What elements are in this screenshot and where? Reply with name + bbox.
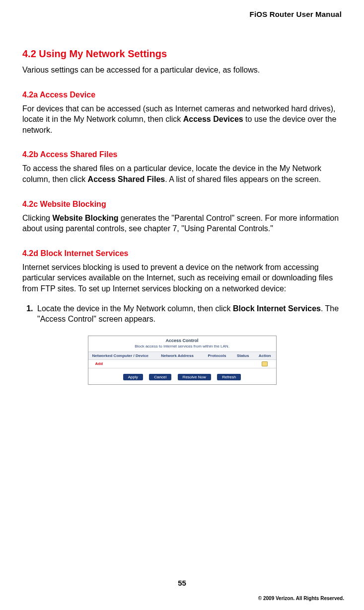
col-status: Status <box>232 351 254 359</box>
subheading-4-2b: 4.2b Access Shared Files <box>22 150 342 159</box>
para-4-2c-part1: Clicking <box>22 214 52 222</box>
subheading-4-2c: 4.2c Website Blocking <box>22 200 342 209</box>
access-shared-files-label: Access Shared Files <box>88 175 165 183</box>
cancel-button[interactable]: Cancel <box>149 374 171 380</box>
apply-button[interactable]: Apply <box>123 374 143 380</box>
figure-table: Networked Computer / Device Network Addr… <box>88 351 276 368</box>
para-4-2c: Clicking Website Blocking generates the … <box>22 213 342 234</box>
step-list: Locate the device in the My Network colu… <box>22 303 342 325</box>
para-4-2d-intro: Internet services blocking is used to pr… <box>22 262 342 294</box>
access-control-screenshot: Access Control Block access to Internet … <box>88 336 277 385</box>
table-row: Add <box>88 359 276 368</box>
figure-button-row: Apply Cancel Resolve Now Refresh <box>88 368 276 384</box>
step-1-part1: Locate the device in the My Network colu… <box>37 304 233 313</box>
col-action: Action <box>254 351 276 359</box>
figure-title: Access Control <box>88 336 276 344</box>
manual-header: FiOS Router User Manual <box>22 10 342 18</box>
col-protocols: Protocols <box>202 351 232 359</box>
para-4-2b-part2: . A list of shared files appears on the … <box>165 175 321 183</box>
refresh-button[interactable]: Refresh <box>217 374 241 380</box>
page-number: 55 <box>0 579 364 587</box>
copyright-notice: © 2009 Verizon. All Rights Reserved. <box>258 596 344 601</box>
action-icon[interactable] <box>262 361 268 366</box>
add-link[interactable]: Add <box>91 361 103 366</box>
subheading-4-2a: 4.2a Access Device <box>22 90 342 99</box>
col-address: Network Address <box>153 351 202 359</box>
figure-subtitle: Block access to Internet services from w… <box>88 344 276 351</box>
section-intro: Various settings can be accessed for a p… <box>22 65 342 76</box>
para-4-2a: For devices that can be accessed (such a… <box>22 103 342 136</box>
step-1: Locate the device in the My Network colu… <box>35 303 342 325</box>
website-blocking-label: Website Blocking <box>52 214 118 222</box>
section-heading-4-2: 4.2 Using My Network Settings <box>22 48 342 60</box>
block-internet-services-label: Block Internet Services <box>233 304 321 313</box>
access-devices-label: Access Devices <box>183 115 243 123</box>
col-device: Networked Computer / Device <box>88 351 153 359</box>
subheading-4-2d: 4.2d Block Internet Services <box>22 249 342 258</box>
resolve-now-button[interactable]: Resolve Now <box>178 374 211 380</box>
para-4-2b: To access the shared files on a particul… <box>22 163 342 184</box>
table-header-row: Networked Computer / Device Network Addr… <box>88 351 276 359</box>
